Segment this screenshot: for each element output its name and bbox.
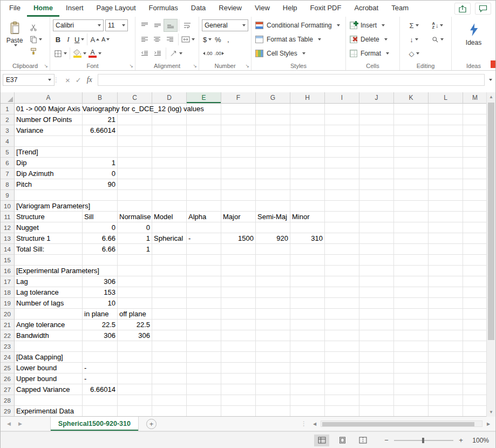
cell-D20[interactable] bbox=[152, 309, 187, 320]
copy-button[interactable] bbox=[30, 35, 42, 44]
cell-F4[interactable] bbox=[221, 136, 256, 147]
cell-J13[interactable] bbox=[359, 233, 394, 244]
cell-G21[interactable] bbox=[256, 320, 290, 330]
cell-F29[interactable] bbox=[221, 406, 256, 417]
formula-input[interactable] bbox=[98, 74, 485, 86]
row-header-29[interactable]: 29 bbox=[1, 406, 15, 417]
row-header-7[interactable]: 7 bbox=[1, 168, 15, 179]
cell-C29[interactable] bbox=[118, 406, 152, 417]
cell-A13[interactable]: Structure 1 bbox=[15, 233, 83, 244]
ribbon-tab-file[interactable]: File bbox=[3, 1, 27, 17]
cell-D18[interactable] bbox=[152, 287, 187, 298]
cell-A4[interactable] bbox=[15, 136, 83, 147]
row-header-14[interactable]: 14 bbox=[1, 244, 15, 255]
cell-K27[interactable] bbox=[394, 384, 429, 395]
cell-F26[interactable] bbox=[221, 374, 256, 384]
cell-H6[interactable] bbox=[290, 158, 325, 168]
cell-C3[interactable] bbox=[118, 125, 152, 136]
cell-F21[interactable] bbox=[221, 320, 256, 330]
cell-I16[interactable] bbox=[325, 266, 359, 276]
cell-G18[interactable] bbox=[256, 287, 290, 298]
number-format-combo[interactable]: General bbox=[202, 19, 248, 31]
col-header-D[interactable]: D bbox=[152, 92, 187, 104]
cell-C4[interactable] bbox=[118, 136, 152, 147]
cell-C14[interactable]: 1 bbox=[118, 244, 152, 255]
cell-C20[interactable]: off plane bbox=[118, 309, 152, 320]
cell-K4[interactable] bbox=[394, 136, 429, 147]
cell-H17[interactable] bbox=[290, 276, 325, 287]
cell-styles-button[interactable]: Cell Styles bbox=[253, 46, 344, 60]
cell-D16[interactable] bbox=[152, 266, 187, 276]
font-name-combo[interactable]: Calibri bbox=[53, 19, 104, 31]
cell-L13[interactable] bbox=[429, 233, 463, 244]
cell-I13[interactable] bbox=[325, 233, 359, 244]
insert-cells-button[interactable]: Insert bbox=[348, 18, 398, 32]
cell-L8[interactable] bbox=[429, 179, 463, 190]
cell-F16[interactable] bbox=[221, 266, 256, 276]
col-header-F[interactable]: F bbox=[221, 92, 256, 104]
align-center-button[interactable] bbox=[151, 33, 164, 45]
cell-H1[interactable] bbox=[290, 104, 325, 114]
cell-B25[interactable]: - bbox=[83, 363, 118, 374]
cell-B21[interactable]: 22.5 bbox=[83, 320, 118, 330]
ribbon-tab-help[interactable]: Help bbox=[276, 1, 304, 17]
cell-C13[interactable]: 1 bbox=[118, 233, 152, 244]
cell-L3[interactable] bbox=[429, 125, 463, 136]
cell-E27[interactable] bbox=[187, 384, 221, 395]
cell-A14[interactable]: Total Sill: bbox=[15, 244, 83, 255]
cell-L2[interactable] bbox=[429, 114, 463, 125]
cell-E21[interactable] bbox=[187, 320, 221, 330]
cell-D17[interactable] bbox=[152, 276, 187, 287]
fill-button[interactable]: ↓ bbox=[402, 32, 426, 46]
cell-H28[interactable] bbox=[290, 395, 325, 406]
cell-C23[interactable] bbox=[118, 341, 152, 352]
cell-J29[interactable] bbox=[359, 406, 394, 417]
cell-J24[interactable] bbox=[359, 352, 394, 363]
cell-D21[interactable] bbox=[152, 320, 187, 330]
cell-D13[interactable]: Spherical bbox=[152, 233, 187, 244]
cell-B24[interactable] bbox=[83, 352, 118, 363]
cell-B28[interactable] bbox=[83, 395, 118, 406]
cell-C16[interactable] bbox=[118, 266, 152, 276]
cell-F27[interactable] bbox=[221, 384, 256, 395]
borders-button[interactable] bbox=[53, 48, 68, 59]
col-header-E[interactable]: E bbox=[187, 92, 221, 104]
scroll-down-button[interactable]: ▼ bbox=[487, 408, 495, 417]
ribbon-tab-foxit-pdf[interactable]: Foxit PDF bbox=[304, 1, 348, 17]
cell-I27[interactable] bbox=[325, 384, 359, 395]
cell-M16[interactable] bbox=[463, 266, 487, 276]
cell-L21[interactable] bbox=[429, 320, 463, 330]
cell-A12[interactable]: Nugget bbox=[15, 222, 83, 233]
cell-J11[interactable] bbox=[359, 212, 394, 222]
cell-J12[interactable] bbox=[359, 222, 394, 233]
cell-A8[interactable]: Pitch bbox=[15, 179, 83, 190]
clear-button[interactable]: ◇ bbox=[402, 46, 426, 60]
cell-J23[interactable] bbox=[359, 341, 394, 352]
cell-H11[interactable]: Minor bbox=[290, 212, 325, 222]
cell-E10[interactable] bbox=[187, 201, 221, 212]
cell-F6[interactable] bbox=[221, 158, 256, 168]
cell-L25[interactable] bbox=[429, 363, 463, 374]
cell-J26[interactable] bbox=[359, 374, 394, 384]
cell-M27[interactable] bbox=[463, 384, 487, 395]
cell-I23[interactable] bbox=[325, 341, 359, 352]
cell-G25[interactable] bbox=[256, 363, 290, 374]
cell-F28[interactable] bbox=[221, 395, 256, 406]
cell-L5[interactable] bbox=[429, 147, 463, 158]
cell-C7[interactable] bbox=[118, 168, 152, 179]
cell-I17[interactable] bbox=[325, 276, 359, 287]
cell-B14[interactable]: 6.66 bbox=[83, 244, 118, 255]
cell-C24[interactable] bbox=[118, 352, 152, 363]
cell-K15[interactable] bbox=[394, 255, 429, 266]
view-page-layout-button[interactable] bbox=[335, 435, 350, 446]
cell-G2[interactable] bbox=[256, 114, 290, 125]
cell-K26[interactable] bbox=[394, 374, 429, 384]
cell-L18[interactable] bbox=[429, 287, 463, 298]
cell-D5[interactable] bbox=[152, 147, 187, 158]
cell-F22[interactable] bbox=[221, 330, 256, 341]
view-page-break-button[interactable] bbox=[355, 435, 370, 446]
cell-D7[interactable] bbox=[152, 168, 187, 179]
cell-J10[interactable] bbox=[359, 201, 394, 212]
cell-C12[interactable]: 0 bbox=[118, 222, 152, 233]
cell-F13[interactable]: 1500 bbox=[221, 233, 256, 244]
